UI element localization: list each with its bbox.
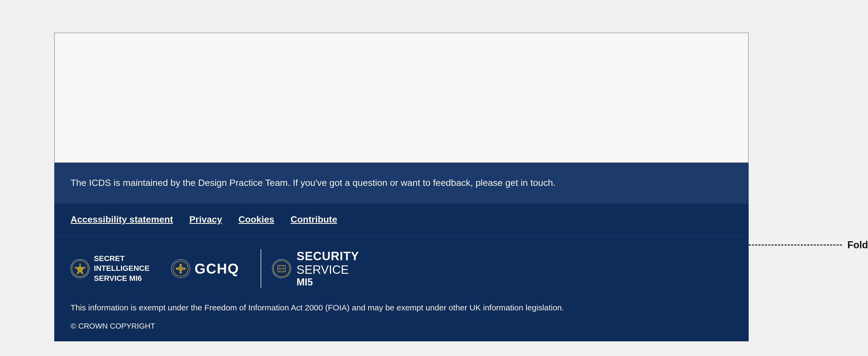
maintenance-text: The ICDS is maintained by the Design Pra… bbox=[70, 176, 733, 189]
nav-item-cookies: Cookies bbox=[239, 214, 274, 225]
gchq-crest bbox=[171, 259, 190, 278]
svg-point-6 bbox=[180, 264, 182, 266]
fold-label: Fold bbox=[847, 239, 868, 251]
main-content-area bbox=[54, 33, 749, 163]
svg-point-7 bbox=[180, 271, 182, 273]
fold-indicator: Fold bbox=[749, 239, 868, 251]
gchq-text: GCHQ bbox=[194, 261, 239, 277]
fold-dashed-line bbox=[749, 244, 842, 245]
logos-row: SECRET INTELLIGENCE SERVICE MI6 bbox=[70, 249, 733, 288]
foia-text: This information is exempt under the Fre… bbox=[70, 301, 733, 314]
footer-maintenance-bar: The ICDS is maintained by the Design Pra… bbox=[54, 163, 749, 203]
mi5-logo: SECURITY SERVICE MI5 bbox=[261, 249, 359, 288]
gchq-logo: GCHQ bbox=[171, 259, 239, 278]
footer-nav-bar: Accessibility statement Privacy Cookies … bbox=[54, 203, 749, 236]
svg-point-9 bbox=[183, 268, 186, 270]
footer: The ICDS is maintained by the Design Pra… bbox=[54, 163, 749, 342]
page-wrapper: The ICDS is maintained by the Design Pra… bbox=[0, 0, 868, 342]
svg-point-8 bbox=[176, 268, 178, 270]
sis-mi6-crest bbox=[70, 259, 90, 278]
footer-nav-links: Accessibility statement Privacy Cookies … bbox=[70, 214, 733, 225]
copyright-text: © CROWN COPYRIGHT bbox=[70, 322, 733, 330]
sis-mi6-logo: SECRET INTELLIGENCE SERVICE MI6 bbox=[70, 254, 150, 283]
privacy-link[interactable]: Privacy bbox=[189, 214, 222, 225]
contribute-link[interactable]: Contribute bbox=[290, 214, 337, 225]
nav-item-privacy: Privacy bbox=[189, 214, 222, 225]
svg-point-5 bbox=[178, 266, 183, 271]
sis-text: SECRET INTELLIGENCE SERVICE MI6 bbox=[94, 254, 150, 283]
accessibility-statement-link[interactable]: Accessibility statement bbox=[70, 214, 173, 225]
cookies-link[interactable]: Cookies bbox=[239, 214, 274, 225]
nav-item-accessibility: Accessibility statement bbox=[70, 214, 173, 225]
mi5-crest bbox=[272, 259, 291, 278]
footer-logos-bar: SECRET INTELLIGENCE SERVICE MI6 bbox=[54, 236, 749, 342]
nav-item-contribute: Contribute bbox=[290, 214, 337, 225]
mi5-text-block: SECURITY SERVICE MI5 bbox=[297, 249, 359, 288]
